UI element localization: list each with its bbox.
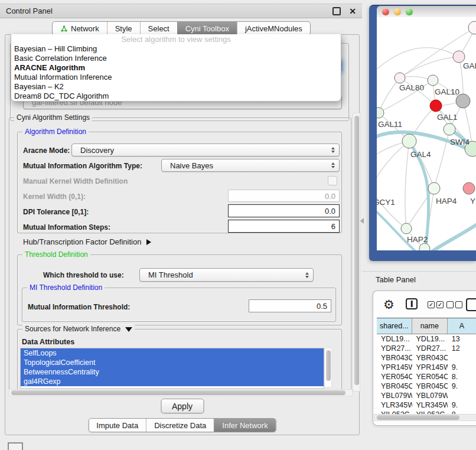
- attribute-item[interactable]: gal4RGexp: [21, 377, 324, 386]
- table-cell: 9.: [448, 381, 476, 391]
- network-node-hap4[interactable]: [428, 182, 440, 194]
- hub-definition-label: Hub/Transcription Factor Definition: [23, 237, 141, 246]
- dropdown-item[interactable]: Bayesian – Hill Climbing: [11, 44, 341, 54]
- network-node-gal4[interactable]: [402, 134, 416, 148]
- network-node-gal1[interactable]: [430, 100, 442, 112]
- which-threshold-combobox[interactable]: MI Threshold: [139, 268, 314, 282]
- network-canvas[interactable]: GALGAL80GAL10GAL1GAL11SWI4GAL4GCY1HAP4YH…: [377, 17, 476, 250]
- settings-horizontal-scrollbar[interactable]: [9, 389, 353, 396]
- dpi-tolerance-field[interactable]: 0.0: [228, 204, 340, 217]
- table-row[interactable]: YBR045CYBR045C9.: [377, 381, 476, 391]
- table-row[interactable]: YLR345WYLR345W9.: [377, 400, 476, 410]
- algorithm-definition-title: Algorithm Definition: [22, 128, 89, 136]
- manual-kernel-width-checkbox[interactable]: [328, 176, 337, 185]
- mi-algorithm-type-combobox[interactable]: Naive Bayes: [161, 159, 340, 172]
- network-node-swi4[interactable]: [444, 123, 455, 135]
- kernel-width-label: Kernel Width (0,1):: [23, 193, 86, 201]
- zoom-window-icon[interactable]: [406, 8, 413, 15]
- settings-vertical-scrollbar[interactable]: [353, 113, 360, 392]
- dropdown-item[interactable]: Mutual Information Inference: [11, 73, 341, 82]
- dropdown-item[interactable]: Basic Correlation Inference: [11, 54, 341, 63]
- network-edge[interactable]: [377, 188, 406, 229]
- column-header-a[interactable]: A: [448, 318, 476, 334]
- network-node-gal80[interactable]: [395, 73, 405, 83]
- table-row[interactable]: YDL19...YDL19...13: [377, 334, 476, 344]
- tab-label: Select: [148, 24, 169, 33]
- network-node[interactable]: [419, 243, 430, 250]
- aracne-mode-combobox[interactable]: Discovery: [71, 144, 340, 156]
- scrollbar-thumb[interactable]: [326, 350, 331, 381]
- tab-discretize-data[interactable]: Discretize Data: [146, 419, 214, 432]
- attribute-item[interactable]: SelfLoops: [21, 348, 324, 358]
- bottom-tabbar: Impute DataDiscretize DataInfer Network: [88, 418, 276, 432]
- tab-jactivemnodules[interactable]: jActiveMNodules: [237, 22, 310, 35]
- checkbox-glyph: ✓: [428, 301, 435, 308]
- node-label: HAP4: [436, 197, 457, 206]
- network-edge[interactable]: [405, 141, 409, 229]
- table-cell: 13: [448, 334, 476, 344]
- dropdown-placeholder: Select algorithm to view settings: [11, 35, 341, 44]
- network-node-gal[interactable]: [453, 51, 465, 63]
- columns-icon[interactable]: [406, 298, 418, 309]
- hub-definition-toggle[interactable]: Hub/Transcription Factor Definition: [23, 237, 151, 246]
- tab-impute-data[interactable]: Impute Data: [89, 419, 146, 432]
- deselect-all-icon[interactable]: [446, 301, 462, 308]
- network-window-titlebar[interactable]: [377, 6, 476, 17]
- node-label: GAL10: [435, 87, 459, 96]
- combo-arrows-icon: [331, 147, 335, 153]
- column-header-name[interactable]: name: [412, 318, 448, 334]
- scrollbar-thumb[interactable]: [377, 415, 459, 420]
- network-edge-highlighted[interactable]: [431, 225, 476, 250]
- table-horizontal-scrollbar[interactable]: [374, 414, 476, 421]
- column-header-shared[interactable]: shared...: [377, 318, 412, 334]
- table-row[interactable]: YBR043CYBR043C: [377, 353, 476, 363]
- dropdown-item[interactable]: Dream8 DC_TDC Algorithm: [11, 92, 341, 101]
- gear-icon[interactable]: ⚙: [383, 298, 395, 311]
- table-row[interactable]: YBL079WYBL079W: [377, 391, 476, 400]
- scrollbar-thumb[interactable]: [354, 116, 359, 385]
- tab-network[interactable]: Network: [53, 22, 107, 35]
- network-node[interactable]: [468, 21, 476, 34]
- network-node-gal10[interactable]: [428, 75, 438, 86]
- node-table: shared...nameA YDL19...YDL19...13YDR27..…: [377, 318, 476, 419]
- network-edge[interactable]: [400, 57, 459, 78]
- kernel-width-field[interactable]: 0.0: [228, 190, 340, 202]
- mi-threshold-field[interactable]: 0.5: [249, 299, 331, 312]
- network-edge[interactable]: [377, 141, 409, 188]
- table-cell: YBL079W: [412, 391, 448, 400]
- sources-group-title[interactable]: Sources for Network Inference: [22, 325, 135, 333]
- network-node-hap2[interactable]: [401, 223, 412, 234]
- close-icon[interactable]: ✕: [349, 8, 356, 14]
- combo-arrows-icon: [331, 162, 335, 168]
- table-row[interactable]: YDR27...YDR27...12: [377, 344, 476, 353]
- settings-scroll-area: Cyni Algorithm Settings Algorithm Defini…: [8, 113, 353, 392]
- window-resize-grip[interactable]: [8, 442, 23, 450]
- node-label: GAL4: [410, 150, 431, 159]
- scrollbar-thumb[interactable]: [11, 390, 345, 395]
- attribute-item[interactable]: BetweennessCentrality: [21, 367, 324, 377]
- tab-infer-network[interactable]: Infer Network: [214, 419, 275, 432]
- table-cell: YLR345W: [412, 400, 448, 410]
- table-panel-title: Table Panel: [376, 275, 416, 284]
- tab-style[interactable]: Style: [107, 22, 140, 35]
- close-window-icon[interactable]: [382, 8, 389, 15]
- sheet-icon[interactable]: [466, 298, 476, 311]
- apply-button[interactable]: Apply: [161, 399, 204, 413]
- network-node-y[interactable]: [463, 182, 475, 194]
- tab-select[interactable]: Select: [140, 22, 177, 35]
- mi-steps-field[interactable]: 6: [228, 220, 340, 233]
- dropdown-item[interactable]: Bayesian – K2: [11, 82, 341, 92]
- tab-cyni-toolbox[interactable]: Cyni Toolbox: [177, 22, 237, 35]
- dropdown-item[interactable]: ARACNE Algorithm: [11, 63, 341, 73]
- node-label: GAL1: [437, 113, 458, 122]
- control-panel-tabbar: NetworkStyleSelectCyni ToolboxjActiveMNo…: [52, 21, 311, 35]
- split-pane-collapse-icon[interactable]: [360, 218, 364, 224]
- float-icon[interactable]: [332, 7, 341, 15]
- attribute-item[interactable]: TopologicalCoefficient: [21, 358, 324, 367]
- table-header-row: shared...nameA: [377, 318, 476, 334]
- select-all-icon[interactable]: ✓✓: [428, 301, 444, 308]
- table-row[interactable]: YPR145WYPR145W9.: [377, 363, 476, 372]
- attributes-list-scrollbar[interactable]: [324, 348, 332, 387]
- minimize-window-icon[interactable]: [394, 8, 401, 15]
- table-row[interactable]: YER054CYER054C8.: [377, 372, 476, 381]
